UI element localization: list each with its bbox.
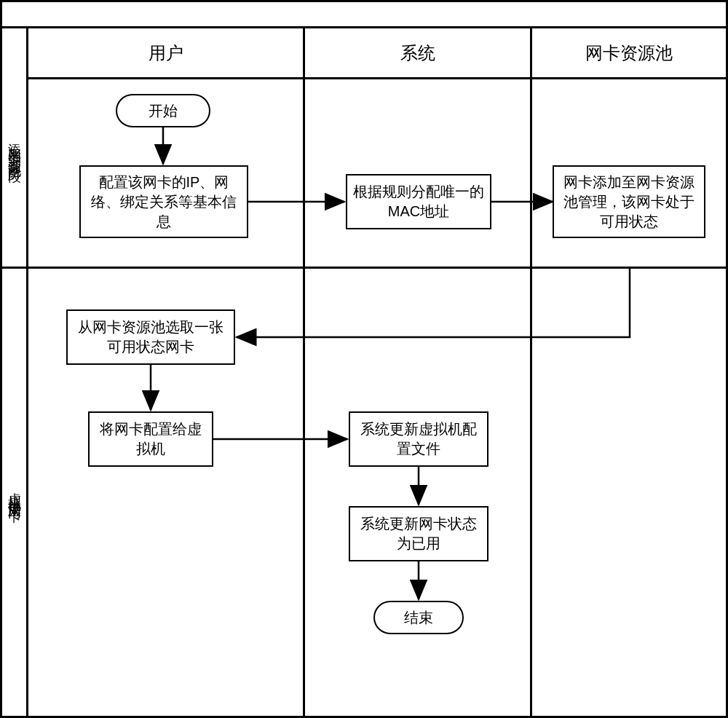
stage-add-to-pool: 开始 配置该网卡的IP、网络、绑定关系等基本信息 根据规则分配唯一的MAC地址 … (28, 79, 726, 269)
node-end: 结束 (373, 601, 464, 634)
swimlane-diagram: 添加网卡到资源池阶段 虚拟机使用网卡 用户 系统 网卡资源池 开始 配置该网卡的… (0, 0, 728, 718)
row-labels-rail: 添加网卡到资源池阶段 虚拟机使用网卡 (2, 28, 28, 716)
lane-pool-top: 网卡添加至网卡资源池管理，该网卡处于可用状态 (532, 79, 726, 267)
lane-pool-bottom (532, 269, 726, 716)
lanes-area: 用户 系统 网卡资源池 开始 配置该网卡的IP、网络、绑定关系等基本信息 根据规… (28, 28, 726, 716)
node-assign-to-vm: 将网卡配置给虚拟机 (88, 411, 213, 467)
lane-user-top: 开始 配置该网卡的IP、网络、绑定关系等基本信息 (28, 79, 305, 267)
node-assign-mac: 根据规则分配唯一的MAC地址 (346, 174, 491, 229)
diagram-body: 添加网卡到资源池阶段 虚拟机使用网卡 用户 系统 网卡资源池 开始 配置该网卡的… (2, 28, 726, 716)
lane-system-bottom: 系统更新虚拟机配置文件 系统更新网卡状态为已用 结束 (305, 269, 532, 716)
col-header-user: 用户 (28, 28, 305, 77)
node-add-to-pool: 网卡添加至网卡资源池管理，该网卡处于可用状态 (553, 165, 705, 238)
stage-vm-use: 从网卡资源池选取一张可用状态网卡 将网卡配置给虚拟机 系统更新虚拟机配置文件 系… (28, 269, 726, 716)
node-update-vm-config: 系统更新虚拟机配置文件 (349, 411, 488, 467)
node-start: 开始 (116, 94, 210, 127)
col-header-pool: 网卡资源池 (532, 28, 726, 77)
node-configure-nic: 配置该网卡的IP、网络、绑定关系等基本信息 (79, 165, 248, 238)
node-select-nic: 从网卡资源池选取一张可用状态网卡 (66, 309, 235, 365)
node-update-nic-state: 系统更新网卡状态为已用 (349, 506, 488, 561)
lane-system-top: 根据规则分配唯一的MAC地址 (305, 79, 532, 267)
column-headers: 用户 系统 网卡资源池 (28, 28, 726, 79)
title-strip (2, 2, 726, 28)
col-header-system: 系统 (305, 28, 532, 77)
lane-user-bottom: 从网卡资源池选取一张可用状态网卡 将网卡配置给虚拟机 (28, 269, 305, 716)
row-label-add-stage: 添加网卡到资源池阶段 (2, 28, 28, 269)
row-label-vm-use: 虚拟机使用网卡 (2, 269, 28, 716)
